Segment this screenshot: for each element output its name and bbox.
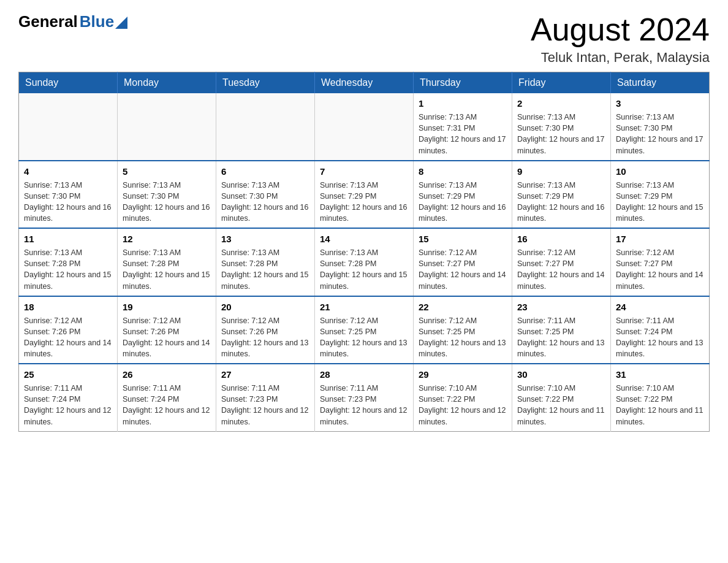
day-number: 3	[616, 97, 704, 110]
calendar-cell-w1-d0	[19, 93, 118, 161]
day-number: 8	[419, 165, 507, 178]
day-info: Sunrise: 7:13 AMSunset: 7:29 PMDaylight:…	[517, 180, 605, 224]
day-info: Sunrise: 7:13 AMSunset: 7:28 PMDaylight:…	[123, 247, 211, 292]
day-number: 29	[419, 368, 507, 381]
day-info: Sunrise: 7:12 AMSunset: 7:26 PMDaylight:…	[221, 315, 309, 360]
calendar-cell-w2-d5: 9Sunrise: 7:13 AMSunset: 7:29 PMDaylight…	[512, 161, 611, 229]
calendar-cell-w4-d0: 18Sunrise: 7:12 AMSunset: 7:26 PMDayligh…	[19, 296, 118, 364]
calendar-cell-w4-d1: 19Sunrise: 7:12 AMSunset: 7:26 PMDayligh…	[118, 296, 216, 364]
logo-arrow-icon	[115, 17, 127, 29]
calendar-cell-w1-d6: 3Sunrise: 7:13 AMSunset: 7:30 PMDaylight…	[611, 93, 710, 161]
calendar-cell-w3-d6: 17Sunrise: 7:12 AMSunset: 7:27 PMDayligh…	[611, 228, 710, 296]
calendar-week-1: 1Sunrise: 7:13 AMSunset: 7:31 PMDaylight…	[19, 93, 710, 161]
calendar-cell-w3-d5: 16Sunrise: 7:12 AMSunset: 7:27 PMDayligh…	[512, 228, 611, 296]
col-sunday: Sunday	[19, 72, 118, 94]
day-number: 16	[517, 232, 605, 245]
day-info: Sunrise: 7:13 AMSunset: 7:29 PMDaylight:…	[419, 180, 507, 224]
col-thursday: Thursday	[414, 72, 512, 94]
day-number: 24	[616, 301, 704, 313]
day-info: Sunrise: 7:10 AMSunset: 7:22 PMDaylight:…	[419, 383, 507, 427]
col-friday: Friday	[512, 72, 611, 94]
day-info: Sunrise: 7:13 AMSunset: 7:29 PMDaylight:…	[616, 180, 704, 224]
calendar-cell-w1-d1	[118, 93, 216, 161]
day-info: Sunrise: 7:12 AMSunset: 7:26 PMDaylight:…	[24, 315, 112, 360]
calendar-cell-w3-d3: 14Sunrise: 7:13 AMSunset: 7:28 PMDayligh…	[315, 228, 414, 296]
day-number: 19	[123, 301, 211, 313]
day-info: Sunrise: 7:13 AMSunset: 7:30 PMDaylight:…	[24, 180, 112, 224]
calendar-cell-w5-d5: 30Sunrise: 7:10 AMSunset: 7:22 PMDayligh…	[512, 364, 611, 431]
calendar-cell-w5-d4: 29Sunrise: 7:10 AMSunset: 7:22 PMDayligh…	[414, 364, 512, 431]
day-number: 13	[221, 232, 309, 245]
title-block: August 2024 Teluk Intan, Perak, Malaysia	[531, 12, 710, 66]
day-number: 2	[517, 97, 605, 110]
calendar-cell-w2-d6: 10Sunrise: 7:13 AMSunset: 7:29 PMDayligh…	[611, 161, 710, 229]
calendar-cell-w1-d2	[216, 93, 315, 161]
day-number: 22	[419, 301, 507, 313]
day-info: Sunrise: 7:11 AMSunset: 7:25 PMDaylight:…	[517, 315, 605, 360]
logo-blue-text: Blue	[80, 12, 114, 31]
calendar-cell-w2-d1: 5Sunrise: 7:13 AMSunset: 7:30 PMDaylight…	[118, 161, 216, 229]
calendar-cell-w2-d3: 7Sunrise: 7:13 AMSunset: 7:29 PMDaylight…	[315, 161, 414, 229]
day-info: Sunrise: 7:13 AMSunset: 7:30 PMDaylight:…	[616, 112, 704, 156]
day-info: Sunrise: 7:12 AMSunset: 7:26 PMDaylight:…	[123, 315, 211, 360]
day-info: Sunrise: 7:11 AMSunset: 7:23 PMDaylight:…	[320, 383, 408, 427]
logo-blue-part: Blue	[80, 12, 127, 31]
day-info: Sunrise: 7:11 AMSunset: 7:24 PMDaylight:…	[123, 383, 211, 427]
col-tuesday: Tuesday	[216, 72, 315, 94]
page-header: General Blue August 2024 Teluk Intan, Pe…	[18, 12, 710, 66]
calendar-cell-w1-d5: 2Sunrise: 7:13 AMSunset: 7:30 PMDaylight…	[512, 93, 611, 161]
calendar-cell-w5-d6: 31Sunrise: 7:10 AMSunset: 7:22 PMDayligh…	[611, 364, 710, 431]
calendar-cell-w4-d5: 23Sunrise: 7:11 AMSunset: 7:25 PMDayligh…	[512, 296, 611, 364]
col-saturday: Saturday	[611, 72, 710, 94]
day-number: 6	[221, 165, 309, 178]
calendar-cell-w4-d6: 24Sunrise: 7:11 AMSunset: 7:24 PMDayligh…	[611, 296, 710, 364]
day-number: 21	[320, 301, 408, 313]
col-wednesday: Wednesday	[315, 72, 414, 94]
day-number: 15	[419, 232, 507, 245]
day-number: 31	[616, 368, 704, 381]
calendar-cell-w2-d0: 4Sunrise: 7:13 AMSunset: 7:30 PMDaylight…	[19, 161, 118, 229]
calendar-cell-w3-d2: 13Sunrise: 7:13 AMSunset: 7:28 PMDayligh…	[216, 228, 315, 296]
day-info: Sunrise: 7:12 AMSunset: 7:25 PMDaylight:…	[419, 315, 507, 360]
calendar-week-5: 25Sunrise: 7:11 AMSunset: 7:24 PMDayligh…	[19, 364, 710, 431]
svg-marker-0	[115, 17, 127, 29]
calendar-cell-w3-d1: 12Sunrise: 7:13 AMSunset: 7:28 PMDayligh…	[118, 228, 216, 296]
day-info: Sunrise: 7:13 AMSunset: 7:28 PMDaylight:…	[320, 247, 408, 292]
day-number: 11	[24, 232, 112, 245]
day-info: Sunrise: 7:12 AMSunset: 7:27 PMDaylight:…	[517, 247, 605, 292]
day-info: Sunrise: 7:10 AMSunset: 7:22 PMDaylight:…	[616, 383, 704, 427]
day-number: 28	[320, 368, 408, 381]
calendar-cell-w2-d4: 8Sunrise: 7:13 AMSunset: 7:29 PMDaylight…	[414, 161, 512, 229]
day-number: 25	[24, 368, 112, 381]
day-number: 17	[616, 232, 704, 245]
day-info: Sunrise: 7:12 AMSunset: 7:25 PMDaylight:…	[320, 315, 408, 360]
logo: General Blue	[18, 12, 127, 31]
calendar-table: Sunday Monday Tuesday Wednesday Thursday…	[18, 72, 710, 432]
day-info: Sunrise: 7:11 AMSunset: 7:24 PMDaylight:…	[616, 315, 704, 360]
day-number: 10	[616, 165, 704, 178]
day-number: 14	[320, 232, 408, 245]
calendar-cell-w1-d4: 1Sunrise: 7:13 AMSunset: 7:31 PMDaylight…	[414, 93, 512, 161]
day-info: Sunrise: 7:13 AMSunset: 7:28 PMDaylight:…	[24, 247, 112, 292]
day-number: 12	[123, 232, 211, 245]
calendar-cell-w1-d3	[315, 93, 414, 161]
calendar-cell-w5-d2: 27Sunrise: 7:11 AMSunset: 7:23 PMDayligh…	[216, 364, 315, 431]
day-number: 27	[221, 368, 309, 381]
day-number: 7	[320, 165, 408, 178]
day-number: 20	[221, 301, 309, 313]
location-text: Teluk Intan, Perak, Malaysia	[531, 50, 710, 66]
day-info: Sunrise: 7:11 AMSunset: 7:23 PMDaylight:…	[221, 383, 309, 427]
day-number: 9	[517, 165, 605, 178]
calendar-week-4: 18Sunrise: 7:12 AMSunset: 7:26 PMDayligh…	[19, 296, 710, 364]
calendar-cell-w5-d1: 26Sunrise: 7:11 AMSunset: 7:24 PMDayligh…	[118, 364, 216, 431]
calendar-cell-w3-d0: 11Sunrise: 7:13 AMSunset: 7:28 PMDayligh…	[19, 228, 118, 296]
day-info: Sunrise: 7:10 AMSunset: 7:22 PMDaylight:…	[517, 383, 605, 427]
calendar-week-3: 11Sunrise: 7:13 AMSunset: 7:28 PMDayligh…	[19, 228, 710, 296]
calendar-cell-w2-d2: 6Sunrise: 7:13 AMSunset: 7:30 PMDaylight…	[216, 161, 315, 229]
calendar-cell-w5-d0: 25Sunrise: 7:11 AMSunset: 7:24 PMDayligh…	[19, 364, 118, 431]
day-info: Sunrise: 7:13 AMSunset: 7:30 PMDaylight:…	[517, 112, 605, 156]
day-number: 26	[123, 368, 211, 381]
day-info: Sunrise: 7:13 AMSunset: 7:29 PMDaylight:…	[320, 180, 408, 224]
calendar-cell-w4-d3: 21Sunrise: 7:12 AMSunset: 7:25 PMDayligh…	[315, 296, 414, 364]
calendar-cell-w5-d3: 28Sunrise: 7:11 AMSunset: 7:23 PMDayligh…	[315, 364, 414, 431]
